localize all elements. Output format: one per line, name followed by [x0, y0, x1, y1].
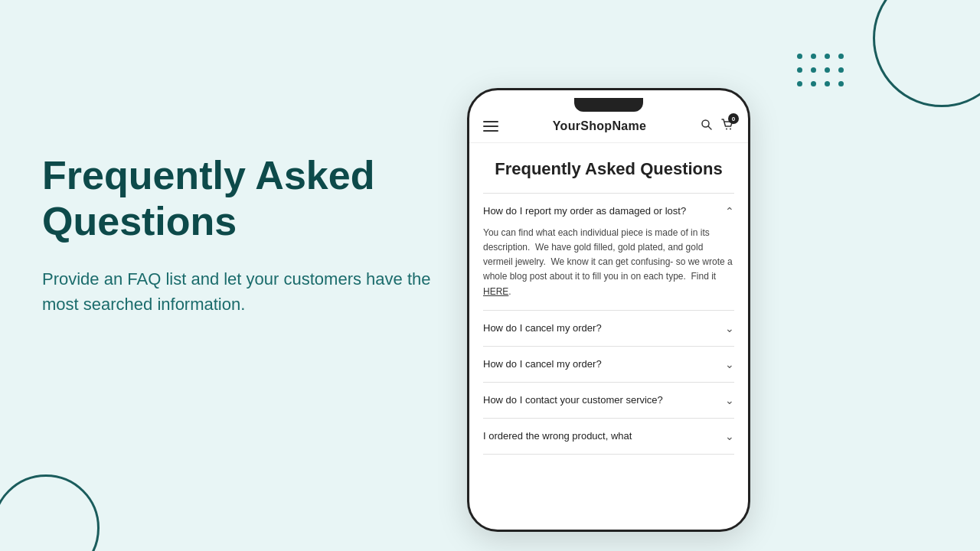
faq-page-title: Frequently Asked Questions: [469, 143, 748, 193]
dot: [811, 67, 816, 73]
dot: [811, 81, 816, 86]
faq-answer-link[interactable]: HERE: [483, 286, 508, 297]
deco-dots: [797, 54, 846, 89]
faq-question-text: How do I cancel my order?: [483, 357, 725, 371]
faq-question-row-3[interactable]: How do I cancel my order? ⌄: [483, 357, 734, 371]
faq-item: How do I contact your customer service? …: [483, 382, 734, 418]
hamburger-line: [483, 130, 498, 132]
svg-line-1: [708, 126, 711, 129]
hamburger-menu-button[interactable]: [483, 121, 498, 132]
main-heading: Frequently Asked Questions: [42, 153, 440, 245]
phone-notch-area: [469, 90, 748, 112]
hamburger-line: [483, 121, 498, 122]
svg-point-3: [730, 129, 731, 130]
faq-item: How do I report my order as damaged or l…: [483, 193, 734, 310]
faq-question-row-1[interactable]: How do I report my order as damaged or l…: [483, 204, 734, 218]
deco-circle-top-right: [873, 0, 980, 107]
chevron-up-icon: ⌃: [725, 205, 734, 217]
faq-item: I ordered the wrong product, what ⌄: [483, 418, 734, 455]
shop-name: YourShopName: [553, 119, 646, 133]
chevron-down-icon: ⌄: [725, 394, 734, 406]
faq-question-text: How do I report my order as damaged or l…: [483, 204, 725, 218]
search-icon[interactable]: [701, 119, 713, 134]
phone-frame: YourShopName 0: [467, 88, 750, 532]
chevron-down-icon: ⌄: [725, 358, 734, 370]
left-content: Frequently Asked Questions Provide an FA…: [42, 153, 440, 317]
dot: [797, 81, 802, 86]
faq-item: How do I cancel my order? ⌄: [483, 346, 734, 382]
dot: [825, 67, 830, 73]
faq-list: How do I report my order as damaged or l…: [469, 193, 748, 455]
deco-circle-bottom-left: [0, 474, 100, 551]
phone-notch: [574, 98, 643, 112]
hamburger-line: [483, 126, 498, 127]
cart-badge: 0: [728, 113, 739, 124]
dot: [838, 81, 844, 86]
header-icons: 0: [701, 118, 734, 135]
faq-question-row-5[interactable]: I ordered the wrong product, what ⌄: [483, 429, 734, 443]
cart-icon-wrapper[interactable]: 0: [720, 118, 734, 135]
sub-text: Provide an FAQ list and let your custome…: [42, 266, 440, 317]
dot: [811, 54, 816, 59]
dot: [797, 67, 802, 73]
svg-point-2: [726, 129, 727, 130]
phone-mockup: YourShopName 0: [467, 88, 750, 532]
phone-header: YourShopName 0: [469, 112, 748, 143]
phone-content: Frequently Asked Questions How do I repo…: [469, 143, 748, 530]
faq-question-text: How do I contact your customer service?: [483, 393, 725, 407]
chevron-down-icon: ⌄: [725, 430, 734, 442]
faq-item: How do I cancel my order? ⌄: [483, 310, 734, 346]
faq-question-text: I ordered the wrong product, what: [483, 429, 725, 443]
dot: [825, 81, 830, 86]
chevron-down-icon: ⌄: [725, 322, 734, 334]
faq-question-row-2[interactable]: How do I cancel my order? ⌄: [483, 321, 734, 335]
faq-answer-1: You can find what each individual piece …: [483, 226, 734, 299]
faq-question-row-4[interactable]: How do I contact your customer service? …: [483, 393, 734, 407]
faq-question-text: How do I cancel my order?: [483, 321, 725, 335]
dot: [825, 54, 830, 59]
dot: [838, 54, 844, 59]
dot: [797, 54, 802, 59]
dot: [838, 67, 844, 73]
